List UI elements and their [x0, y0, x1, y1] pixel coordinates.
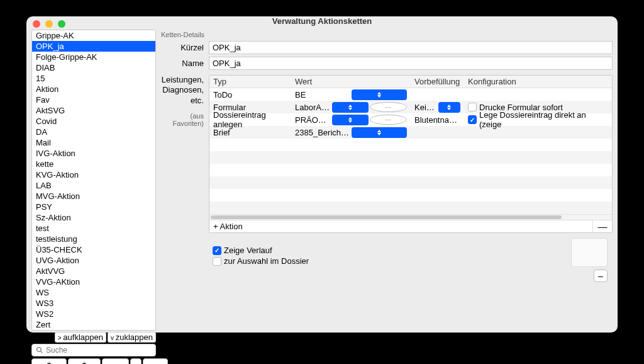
- add-element-button[interactable]: + Element: [31, 358, 67, 364]
- remove-action-button[interactable]: —: [593, 220, 612, 232]
- add-group-button[interactable]: + Gruppe: [68, 358, 101, 364]
- sidebar-item[interactable]: Ü35-CHECK: [32, 244, 155, 255]
- col-konfiguration[interactable]: Konfiguration: [464, 76, 612, 88]
- table-row: [209, 176, 612, 189]
- cell-wert[interactable]: PRÄOP - Präop⋯: [291, 113, 411, 127]
- collapse-all-button[interactable]: v zuklappen: [108, 332, 156, 343]
- cell-typ[interactable]: Brief: [209, 127, 291, 139]
- col-vorbefuellung[interactable]: Vorbefüllung: [411, 76, 464, 88]
- name-label: Name: [160, 59, 209, 68]
- sidebar-item[interactable]: Mail: [32, 137, 155, 148]
- checkbox-icon: [213, 246, 221, 255]
- stepper-icon[interactable]: [332, 115, 368, 125]
- sidebar-item[interactable]: MVG-Aktion: [32, 191, 155, 202]
- checkbox-icon: [213, 257, 221, 266]
- close-icon[interactable]: [33, 20, 40, 28]
- col-typ[interactable]: Typ: [209, 76, 291, 88]
- cell-vorbefuellung[interactable]: Kein Wert: [411, 101, 464, 114]
- sidebar-list[interactable]: Grippe-AKOPK_jaFolge-Grippe-AKDIAB15Akti…: [31, 30, 156, 331]
- horizontal-scrollbar[interactable]: [209, 214, 612, 220]
- cell-wert[interactable]: 2385_Bericht OP: [291, 126, 411, 139]
- delete-button[interactable]: –: [130, 358, 142, 364]
- window-title: Verwaltung Aktionsketten: [26, 16, 618, 26]
- table-row: [209, 189, 612, 202]
- search-field[interactable]: [46, 346, 152, 355]
- table-row: [209, 202, 612, 214]
- stepper-icon[interactable]: [438, 102, 461, 113]
- cell-vorbefuellung: [411, 131, 464, 134]
- remove-preview-button[interactable]: –: [594, 270, 608, 282]
- show-history-checkbox[interactable]: Zeige Verlauf: [213, 246, 613, 255]
- table-row[interactable]: ToDoBE: [209, 88, 612, 101]
- stepper-icon[interactable]: [352, 127, 407, 138]
- col-wert[interactable]: Wert: [291, 76, 411, 88]
- sidebar-item[interactable]: testleistung: [32, 234, 155, 244]
- sidebar-item[interactable]: IVG-Aktion: [32, 148, 155, 159]
- block-sublabel: (aus Favoriten): [160, 112, 209, 127]
- titlebar: Verwaltung Aktionsketten: [26, 16, 618, 26]
- zoom-icon[interactable]: [58, 20, 65, 28]
- sidebar-item[interactable]: WS: [32, 287, 155, 298]
- more-icon[interactable]: ⋯: [370, 115, 407, 125]
- sidebar-item[interactable]: Fav: [32, 94, 155, 105]
- sidebar-item[interactable]: UVG-Aktion: [32, 255, 155, 266]
- actions-table: Typ Wert Vorbefüllung Konfiguration ToDo…: [209, 75, 613, 233]
- kurzel-input[interactable]: [209, 41, 613, 54]
- sidebar-item[interactable]: Grippe-AK: [32, 30, 155, 41]
- sidebar-item[interactable]: 15: [32, 73, 155, 84]
- in-dossier-checkbox[interactable]: zur Auswahl im Dossier: [213, 256, 613, 266]
- sidebar-item[interactable]: VVG-AKtion: [32, 276, 155, 287]
- table-row: [209, 164, 612, 176]
- section-header: Ketten-Details: [160, 30, 613, 41]
- sidebar-item[interactable]: test: [32, 223, 155, 234]
- checkbox-icon[interactable]: [468, 115, 477, 124]
- sidebar-item[interactable]: LAB: [32, 180, 155, 191]
- cell-wert[interactable]: LaborA4 - Laborueberweisun…⋯: [291, 101, 411, 114]
- sidebar-item[interactable]: DA: [32, 127, 155, 137]
- search-icon: [36, 346, 43, 354]
- sidebar-item[interactable]: OPK_ja: [32, 41, 155, 52]
- sidebar: Grippe-AKOPK_jaFolge-Grippe-AKDIAB15Akti…: [31, 30, 156, 364]
- copy-button[interactable]: Kopie: [102, 358, 129, 364]
- main-panel: Ketten-Details Kürzel Name Leistungen, D…: [160, 30, 613, 364]
- window: Verwaltung Aktionsketten Grippe-AKOPK_ja…: [26, 16, 618, 333]
- name-input[interactable]: [209, 57, 613, 70]
- sidebar-item[interactable]: Folge-Grippe-AK: [32, 52, 155, 62]
- sidebar-item[interactable]: KVG-Aktion: [32, 169, 155, 180]
- sidebar-item[interactable]: Sz-Aktion: [32, 212, 155, 223]
- cell-konfiguration[interactable]: Lege Dossiereintrag direkt an (zeige: [464, 109, 612, 130]
- stepper-icon[interactable]: [332, 102, 368, 113]
- minimize-icon[interactable]: [45, 20, 53, 28]
- preview-box: [571, 238, 608, 267]
- sidebar-item[interactable]: PSY: [32, 202, 155, 212]
- cell-wert[interactable]: BE: [291, 88, 411, 101]
- add-action-button[interactable]: + Aktion: [209, 220, 593, 232]
- sidebar-item[interactable]: WS3: [32, 298, 155, 309]
- more-icon[interactable]: ⋯: [370, 102, 407, 112]
- table-row: [209, 151, 612, 164]
- cell-vorbefuellung[interactable]: Blutentnahme: [411, 114, 464, 126]
- sidebar-item[interactable]: AktSVG: [32, 105, 155, 116]
- table-row[interactable]: Dossiereintrag anlegenPRÄOP - Präop⋯Blut…: [209, 113, 612, 126]
- sidebar-item[interactable]: Covid: [32, 116, 155, 127]
- search-input[interactable]: [31, 344, 156, 356]
- sidebar-item[interactable]: Aktion: [32, 84, 155, 94]
- sidebar-item[interactable]: DIAB: [32, 62, 155, 73]
- cell-konfiguration: [464, 93, 612, 96]
- table-row: [209, 139, 612, 151]
- sidebar-item[interactable]: kette: [32, 159, 155, 169]
- kurzel-label: Kürzel: [160, 43, 209, 52]
- sidebar-item[interactable]: WS2: [32, 309, 155, 319]
- sidebar-item[interactable]: Zert: [32, 319, 155, 330]
- block-label: Leistungen, Diagnosen, etc.: [160, 75, 209, 106]
- cell-vorbefuellung: [411, 93, 464, 96]
- cell-konfiguration: [464, 131, 612, 134]
- stepper-icon[interactable]: [352, 89, 407, 100]
- sidebar-item[interactable]: AktVVG: [32, 266, 155, 276]
- expand-all-button[interactable]: > aufklappen: [55, 332, 106, 343]
- cell-typ[interactable]: ToDo: [209, 89, 291, 101]
